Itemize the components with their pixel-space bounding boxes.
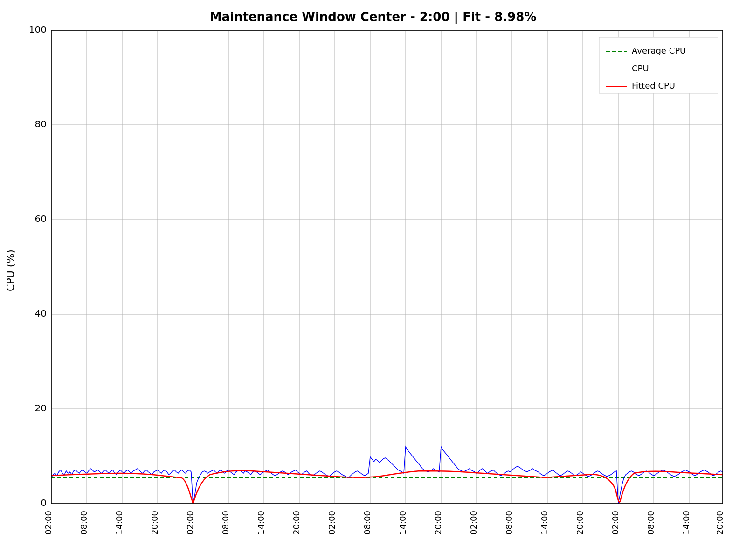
x-tick-10: 14:00 [398, 511, 408, 535]
legend-avg-cpu-label: Average CPU [632, 46, 686, 55]
y-tick-20: 20 [35, 402, 47, 414]
y-tick-100: 100 [29, 24, 47, 35]
y-tick-40: 40 [35, 308, 47, 319]
y-tick-60: 60 [35, 213, 47, 224]
x-tick-17: 08:00 [646, 511, 656, 535]
x-tick-14: 14:00 [539, 511, 549, 535]
x-tick-15: 20:00 [575, 511, 585, 535]
x-tick-1: 08:00 [79, 511, 89, 535]
y-tick-0: 0 [41, 497, 47, 508]
legend-cpu-label: CPU [632, 63, 649, 73]
x-tick-9: 08:00 [362, 511, 372, 535]
x-tick-6: 14:00 [256, 511, 266, 535]
x-tick-5: 08:00 [221, 511, 230, 535]
y-axis-label: CPU (%) [5, 249, 16, 291]
x-tick-12: 02:00 [469, 511, 478, 535]
x-tick-2: 14:00 [114, 511, 124, 535]
x-tick-8: 02:00 [327, 511, 337, 535]
x-tick-11: 20:00 [433, 511, 443, 535]
x-tick-3: 20:00 [150, 511, 159, 535]
x-tick-19: 20:00 [715, 511, 725, 535]
chart-svg: Maintenance Window Center - 2:00 | Fit -… [0, 0, 746, 560]
chart-container: Maintenance Window Center - 2:00 | Fit -… [0, 0, 746, 560]
x-tick-0: 02:00 [43, 511, 53, 535]
x-tick-4: 02:00 [185, 511, 195, 535]
y-tick-80: 80 [35, 118, 47, 130]
legend-fitted-cpu-label: Fitted CPU [632, 81, 675, 90]
x-tick-7: 20:00 [291, 511, 301, 535]
x-tick-16: 02:00 [610, 511, 620, 535]
x-tick-13: 08:00 [504, 511, 514, 535]
x-tick-18: 14:00 [681, 511, 691, 535]
plot-area [51, 30, 723, 504]
chart-title: Maintenance Window Center - 2:00 | Fit -… [210, 10, 537, 24]
